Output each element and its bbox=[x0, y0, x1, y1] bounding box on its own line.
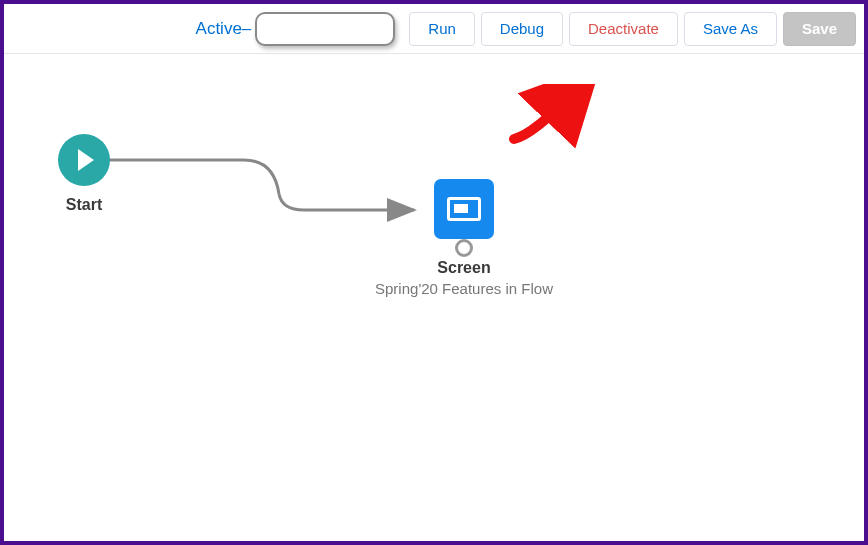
start-node[interactable]: Start bbox=[44, 134, 124, 214]
save-as-button[interactable]: Save As bbox=[684, 12, 777, 46]
save-button: Save bbox=[783, 12, 856, 46]
play-icon bbox=[58, 134, 110, 186]
flow-canvas[interactable]: Start Screen Spring'20 Features in Flow bbox=[4, 54, 864, 541]
run-button[interactable]: Run bbox=[409, 12, 475, 46]
version-dropdown[interactable] bbox=[255, 12, 395, 46]
status-label: Active– bbox=[196, 19, 252, 39]
screen-node-title: Screen bbox=[437, 259, 490, 277]
toolbar: Active– Run Debug Deactivate Save As Sav… bbox=[4, 4, 864, 54]
screen-node[interactable]: Screen Spring'20 Features in Flow bbox=[374, 179, 554, 299]
screen-icon bbox=[434, 179, 494, 239]
screen-node-subtitle: Spring'20 Features in Flow bbox=[375, 279, 553, 299]
debug-button[interactable]: Debug bbox=[481, 12, 563, 46]
start-node-title: Start bbox=[66, 196, 102, 214]
flow-status: Active– bbox=[196, 12, 396, 46]
annotation-arrow-icon bbox=[504, 84, 604, 154]
deactivate-button[interactable]: Deactivate bbox=[569, 12, 678, 46]
